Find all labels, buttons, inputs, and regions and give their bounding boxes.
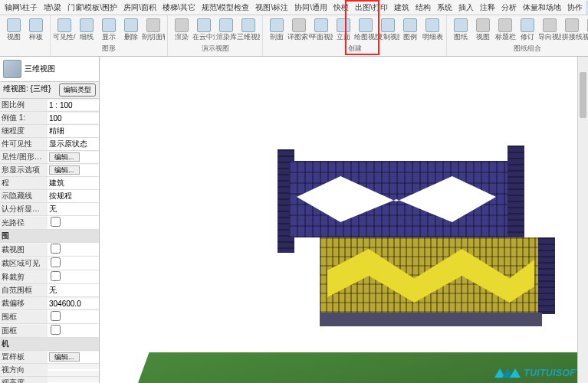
ribbon-button[interactable]: 详图索引 [288, 17, 310, 42]
menu-item[interactable]: 系统 [434, 1, 455, 15]
menu-item[interactable]: 注释 [477, 1, 498, 15]
menu-item[interactable]: 房间\面积 [120, 1, 159, 15]
menu-item[interactable]: 分析 [498, 1, 520, 15]
ribbon-button[interactable]: 视图 [3, 17, 25, 42]
ribbon-button[interactable]: 立面 [333, 17, 354, 42]
property-row[interactable]: 光路径 [0, 216, 99, 230]
property-value[interactable]: 建筑 [48, 177, 99, 189]
ribbon-button[interactable]: 剖切面轮廓 [143, 17, 164, 42]
menu-item[interactable]: 楼梯\其它 [159, 1, 199, 15]
property-checkbox[interactable] [51, 244, 61, 254]
property-value[interactable]: 编辑... [48, 152, 99, 163]
edit-type-button[interactable]: 编辑类型 [59, 83, 96, 97]
property-row[interactable]: 例值 1:100 [0, 112, 99, 125]
menu-item[interactable]: 结构 [412, 1, 434, 15]
property-row[interactable]: 释裁剪 [0, 270, 99, 284]
menu-item[interactable]: 协作 [564, 1, 586, 15]
ribbon-button[interactable]: 复制视图 [377, 17, 399, 42]
ribbon-button[interactable]: 视图参照 [583, 17, 588, 42]
edit-button[interactable]: 编辑... [49, 165, 80, 175]
ribbon-button[interactable]: 明细表 [422, 17, 443, 42]
property-value[interactable] [48, 270, 99, 283]
menu-item[interactable]: 轴网\柱子 [2, 1, 41, 15]
property-checkbox[interactable] [51, 325, 61, 335]
property-value[interactable]: 100 [48, 113, 99, 123]
property-value[interactable]: 无 [48, 203, 99, 215]
menu-item[interactable]: 视图\标注 [252, 1, 291, 15]
ribbon-button[interactable]: 可见性/过滤器 [54, 17, 75, 42]
property-value[interactable] [48, 243, 99, 256]
property-row[interactable]: 件可见性显示原状态 [0, 138, 99, 151]
property-row[interactable]: 见性/图形替换编辑... [0, 151, 99, 164]
property-value[interactable] [48, 216, 99, 229]
ribbon-button[interactable]: 显示 [98, 17, 120, 42]
type-selector[interactable]: 三维视图 [25, 64, 96, 74]
ribbon-button[interactable]: 删除 [120, 17, 142, 42]
ribbon-button[interactable]: 平面视图 [310, 17, 332, 42]
property-row[interactable]: 认分析显示样式无 [0, 203, 99, 216]
properties-header[interactable]: 三维视图 [0, 57, 99, 82]
property-row[interactable]: 细程度精细 [0, 125, 99, 138]
ribbon-button[interactable]: 在云中渲染 [193, 17, 215, 42]
property-value[interactable]: 1 : 100 [48, 100, 99, 110]
properties-list[interactable]: 图比例1 : 100例值 1:100细程度精细件可见性显示原状态见性/图形替换编… [0, 99, 99, 383]
property-row[interactable]: 视方向 [0, 364, 99, 377]
building-model[interactable] [266, 161, 542, 337]
property-value[interactable]: 编辑... [48, 165, 99, 176]
ribbon-button[interactable]: 剖面 [266, 17, 287, 42]
property-value[interactable]: 编辑... [48, 352, 99, 363]
ribbon-button[interactable]: 图例 [399, 17, 421, 42]
property-row[interactable]: 裁区域可见 [0, 257, 99, 270]
property-checkbox[interactable] [51, 271, 61, 281]
menu-item[interactable]: 协同\通用 [291, 1, 330, 15]
property-row[interactable]: 围框 [0, 310, 99, 324]
property-checkbox[interactable] [51, 217, 61, 227]
menu-item[interactable]: 门窗\模板\围护 [64, 1, 121, 15]
menu-item[interactable]: 墙\梁 [41, 1, 64, 15]
property-row[interactable]: 形显示选项编辑... [0, 164, 99, 177]
ribbon-button[interactable]: 标题栏 [494, 17, 516, 42]
property-row[interactable]: 程建筑 [0, 177, 99, 190]
vertical-scrollbar[interactable] [577, 57, 588, 383]
property-value[interactable]: 精细 [48, 125, 99, 137]
property-value[interactable]: 显示原状态 [48, 138, 99, 150]
menu-item[interactable]: 规范\模型检查 [199, 1, 253, 15]
property-row[interactable]: 图比例1 : 100 [0, 99, 99, 112]
property-row[interactable]: 自范围框无 [0, 284, 99, 297]
ribbon-button[interactable]: 视图 [472, 17, 494, 42]
scrollbar-thumb[interactable] [580, 72, 586, 118]
ribbon-button[interactable]: 样板 [25, 17, 47, 42]
ribbon-button[interactable]: 拼接线 [561, 17, 583, 42]
menu-item[interactable]: 插入 [455, 1, 477, 15]
menu-item[interactable]: 快模 [330, 1, 352, 15]
property-row[interactable]: 示隐藏线按规程 [0, 190, 99, 203]
menu-item[interactable]: 出图\打印 [352, 1, 391, 15]
property-checkbox[interactable] [51, 257, 61, 267]
property-value[interactable]: 304600.0 [48, 299, 99, 309]
ribbon-button[interactable]: 导向视图 [539, 17, 560, 42]
property-value[interactable] [48, 369, 99, 371]
ribbon-button[interactable]: 绘图视图 [355, 17, 376, 42]
ribbon-button[interactable]: 细线 [76, 17, 97, 42]
property-row[interactable]: 裁视图 [0, 243, 99, 257]
property-checkbox[interactable] [51, 311, 61, 321]
menu-item[interactable]: 体量和场地 [520, 1, 564, 15]
edit-button[interactable]: 编辑... [49, 152, 80, 162]
ribbon-button[interactable]: 修订 [517, 17, 538, 42]
ribbon-button[interactable]: 渲染 [171, 17, 192, 42]
property-row[interactable]: 裁偏移304600.0 [0, 297, 99, 310]
ribbon-button[interactable]: 图纸 [450, 17, 471, 42]
ribbon-button[interactable]: 三维视图 [238, 17, 259, 42]
ribbon-button[interactable]: 渲染库 [215, 17, 237, 42]
menu-item[interactable]: 建筑 [391, 1, 412, 15]
property-value[interactable]: 按规程 [48, 190, 99, 202]
property-value[interactable] [48, 257, 99, 270]
property-row[interactable]: 观高度 [0, 377, 99, 383]
3d-viewport[interactable]: TUITUISOFT [100, 57, 588, 383]
property-value[interactable]: 无 [48, 284, 99, 296]
property-row[interactable]: 置样板编辑... [0, 351, 99, 364]
property-value[interactable] [48, 310, 99, 323]
property-row[interactable]: 面框 [0, 324, 99, 338]
edit-button[interactable]: 编辑... [49, 352, 80, 362]
property-value[interactable] [48, 324, 99, 337]
